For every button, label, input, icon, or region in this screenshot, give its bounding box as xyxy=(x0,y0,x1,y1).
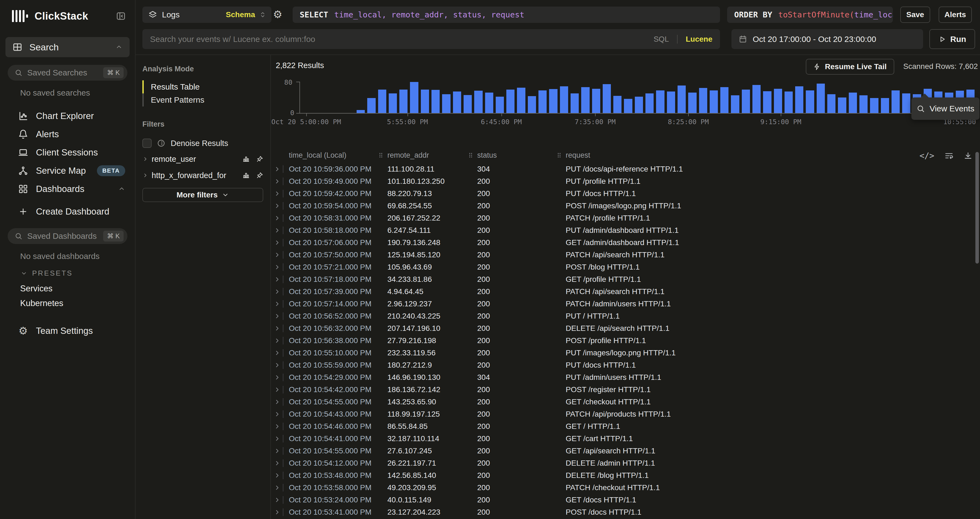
column-header-remote-addr[interactable]: remote_addr xyxy=(373,151,463,159)
sidebar-item-alerts[interactable]: Alerts xyxy=(0,125,135,143)
create-dashboard-button[interactable]: Create Dashboard xyxy=(0,202,135,221)
column-header-time-local[interactable]: time_local (Local) xyxy=(283,151,373,159)
table-row[interactable]: Oct 20 10:54:42.000 PM186.136.72.142200P… xyxy=(271,384,975,396)
row-expand-button[interactable] xyxy=(271,423,283,430)
table-row[interactable]: Oct 20 10:54:46.000 PM86.55.84.85200GET … xyxy=(271,420,975,432)
table-row[interactable]: Oct 20 10:56:32.000 PM207.147.196.10200D… xyxy=(271,322,975,334)
preset-item-kubernetes[interactable]: Kubernetes xyxy=(0,296,135,311)
table-row[interactable]: Oct 20 10:54:43.000 PM118.99.197.125200P… xyxy=(271,408,975,420)
resume-live-tail-button[interactable]: Resume Live Tail xyxy=(806,59,894,75)
table-row[interactable]: Oct 20 10:54:55.000 PM143.253.65.90200GE… xyxy=(271,396,975,408)
table-row[interactable]: Oct 20 10:53:58.000 PM49.203.209.95200PA… xyxy=(271,481,975,494)
row-expand-button[interactable] xyxy=(271,325,283,332)
pin-icon[interactable] xyxy=(256,156,263,162)
table-row[interactable]: Oct 20 10:59:36.000 PM111.100.28.11304PU… xyxy=(271,163,975,175)
table-row[interactable]: Oct 20 10:59:54.000 PM69.68.254.55200POS… xyxy=(271,200,975,212)
table-row[interactable]: Oct 20 10:54:55.000 PM27.6.107.245200GET… xyxy=(271,445,975,457)
select-query-input[interactable]: SELECT time_local, remote_addr, status, … xyxy=(293,6,720,23)
mini-chart-icon[interactable] xyxy=(243,172,250,179)
row-expand-button[interactable] xyxy=(271,165,283,173)
table-row[interactable]: Oct 20 10:57:50.000 PM125.194.85.120200P… xyxy=(271,248,975,261)
more-filters-button[interactable]: More filters xyxy=(142,188,263,202)
chevron-up-icon[interactable] xyxy=(115,44,123,51)
saved-dashboards-search[interactable]: ⌘ K xyxy=(8,228,127,244)
table-row[interactable]: Oct 20 10:54:29.000 PM146.96.190.130304P… xyxy=(271,371,975,384)
row-expand-button[interactable] xyxy=(271,202,283,210)
row-expand-button[interactable] xyxy=(271,471,283,479)
row-expand-button[interactable] xyxy=(271,312,283,320)
row-expand-button[interactable] xyxy=(271,496,283,504)
table-row[interactable]: Oct 20 10:57:06.000 PM190.79.136.248200G… xyxy=(271,236,975,248)
row-expand-button[interactable] xyxy=(271,178,283,185)
row-expand-button[interactable] xyxy=(271,251,283,259)
row-expand-button[interactable] xyxy=(271,190,283,197)
preset-item-services[interactable]: Services xyxy=(0,281,135,296)
table-row[interactable]: Oct 20 10:55:59.000 PM180.27.212.9200PUT… xyxy=(271,359,975,371)
sql-toggle[interactable]: SQL xyxy=(654,35,669,44)
saved-searches-search[interactable]: ⌘ K xyxy=(8,65,127,81)
table-row[interactable]: Oct 20 10:53:24.000 PM40.0.115.149200GET… xyxy=(271,494,975,506)
row-expand-button[interactable] xyxy=(271,288,283,295)
pin-icon[interactable] xyxy=(256,172,263,179)
sidebar-item-search[interactable]: Search xyxy=(5,37,130,57)
table-row[interactable]: Oct 20 10:57:21.000 PM105.96.43.69200POS… xyxy=(271,261,975,273)
row-expand-button[interactable] xyxy=(271,447,283,455)
row-expand-button[interactable] xyxy=(271,337,283,344)
save-button[interactable]: Save xyxy=(900,6,930,23)
row-expand-button[interactable] xyxy=(271,349,283,357)
table-row[interactable]: Oct 20 10:58:31.000 PM206.167.252.22200P… xyxy=(271,212,975,224)
chevron-up-icon[interactable] xyxy=(118,185,125,193)
filter-field-http-x-forwarded-for[interactable]: http_x_forwarded_for xyxy=(142,167,263,183)
alerts-button[interactable]: Alerts xyxy=(939,6,972,23)
date-range-picker[interactable]: Oct 20 17:00:00 - Oct 20 23:00:00 xyxy=(732,29,923,49)
mode-results-table[interactable]: Results Table xyxy=(142,80,263,93)
sidebar-item-team-settings[interactable]: ⚙ Team Settings xyxy=(0,322,135,340)
drag-grip-icon[interactable] xyxy=(379,152,383,158)
row-expand-button[interactable] xyxy=(271,508,283,516)
table-row[interactable]: Oct 20 10:55:10.000 PM232.33.119.56200PU… xyxy=(271,347,975,359)
table-row[interactable]: Oct 20 10:53:48.000 PM142.56.85.140200DE… xyxy=(271,469,975,481)
row-expand-button[interactable] xyxy=(271,226,283,234)
row-expand-button[interactable] xyxy=(271,386,283,393)
table-row[interactable]: Oct 20 10:57:18.000 PM34.233.81.86200GET… xyxy=(271,273,975,285)
row-expand-button[interactable] xyxy=(271,239,283,247)
sidebar-item-chart-explorer[interactable]: Chart Explorer xyxy=(0,107,135,125)
row-expand-button[interactable] xyxy=(271,275,283,283)
search-input[interactable] xyxy=(150,35,649,44)
event-search-bar[interactable]: SQL Lucene xyxy=(142,29,720,49)
column-header-request[interactable]: request xyxy=(552,151,975,159)
denoise-checkbox[interactable] xyxy=(142,139,152,148)
source-selector[interactable]: Logs Schema xyxy=(142,6,271,23)
row-expand-button[interactable] xyxy=(271,361,283,369)
table-row[interactable]: Oct 20 10:58:18.000 PM6.247.54.111200PUT… xyxy=(271,224,975,236)
row-expand-button[interactable] xyxy=(271,300,283,308)
row-expand-button[interactable] xyxy=(271,459,283,467)
row-expand-button[interactable] xyxy=(271,263,283,271)
drag-grip-icon[interactable] xyxy=(557,152,561,158)
order-by-input[interactable]: ORDER BY toStartOfMinute(time_local) DES… xyxy=(727,6,893,23)
mode-event-patterns[interactable]: Event Patterns xyxy=(142,93,263,107)
schema-select[interactable]: Schema xyxy=(226,10,255,19)
sidebar-item-client-sessions[interactable]: Client Sessions xyxy=(0,143,135,161)
saved-dashboards-input[interactable] xyxy=(27,231,98,241)
drag-grip-icon[interactable] xyxy=(468,152,473,158)
table-row[interactable]: Oct 20 10:59:42.000 PM88.220.79.13200PUT… xyxy=(271,187,975,200)
row-expand-button[interactable] xyxy=(271,374,283,381)
column-header-status[interactable]: status xyxy=(463,151,552,159)
vertical-scrollbar-thumb[interactable] xyxy=(975,152,979,264)
sidebar-collapse-icon[interactable] xyxy=(116,11,126,21)
row-expand-button[interactable] xyxy=(271,214,283,222)
table-row[interactable]: Oct 20 10:54:41.000 PM32.187.110.114200G… xyxy=(271,432,975,445)
table-row[interactable]: Oct 20 10:56:52.000 PM210.240.43.225200P… xyxy=(271,310,975,322)
source-settings-gear-icon[interactable]: ⚙ xyxy=(273,9,282,20)
presets-section[interactable]: PRESETS xyxy=(21,269,135,277)
table-row[interactable]: Oct 20 10:53:41.000 PM23.127.204.223200P… xyxy=(271,506,975,518)
sidebar-item-service-map[interactable]: Service Map BETA xyxy=(0,161,135,180)
sidebar-item-dashboards[interactable]: Dashboards xyxy=(0,180,135,198)
lucene-toggle[interactable]: Lucene xyxy=(686,35,713,44)
run-button[interactable]: Run xyxy=(929,29,975,49)
row-expand-button[interactable] xyxy=(271,484,283,492)
table-row[interactable]: Oct 20 10:54:12.000 PM26.221.197.71200DE… xyxy=(271,457,975,469)
table-row[interactable]: Oct 20 10:57:39.000 PM4.94.64.45200PATCH… xyxy=(271,285,975,298)
row-expand-button[interactable] xyxy=(271,398,283,406)
